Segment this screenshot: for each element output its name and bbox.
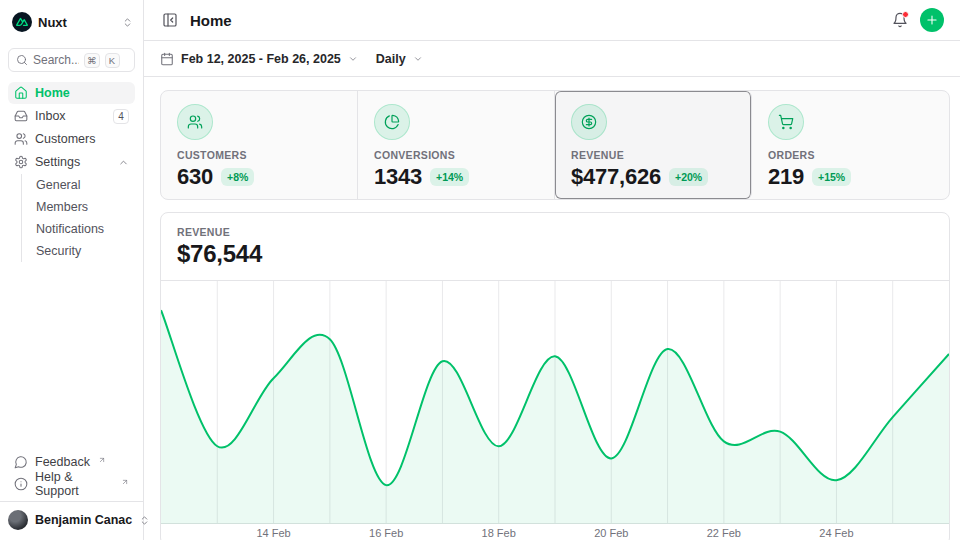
chart-metric-value: $76,544 — [177, 240, 933, 268]
search-input-wrapper[interactable]: ⌘ K — [8, 48, 135, 72]
sidebar-item-label: Settings — [35, 155, 111, 169]
stat-delta-badge: +8% — [221, 168, 254, 186]
panel-left-close-icon — [162, 12, 178, 28]
plus-icon — [925, 13, 939, 27]
x-tick-label: 16 Feb — [369, 527, 403, 539]
main-area: Home Feb 12, 2025 - Feb 26, 2025 Daily — [144, 0, 960, 540]
stat-value: 219 — [768, 164, 804, 190]
pie-chart-icon — [374, 104, 410, 140]
add-button[interactable] — [920, 8, 944, 32]
circle-dollar-icon — [571, 104, 607, 140]
message-circle-icon — [14, 455, 28, 469]
stat-label: ORDERS — [768, 149, 933, 161]
sidebar-spacer — [8, 262, 135, 451]
sidebar-item-label: Home — [35, 86, 129, 100]
stat-value: $477,626 — [571, 164, 661, 190]
chart-metric-label: REVENUE — [177, 226, 933, 238]
sidebar-item-security[interactable]: Security — [32, 240, 135, 262]
stats-row: CUSTOMERS 630 +8% CONVERSIONS 1343 +14% — [160, 90, 950, 200]
arrow-up-right-icon — [121, 478, 129, 486]
stat-card-revenue[interactable]: REVENUE $477,626 +20% — [555, 91, 752, 199]
stat-card-conversions[interactable]: CONVERSIONS 1343 +14% — [358, 91, 555, 199]
sidebar-item-settings[interactable]: Settings — [8, 151, 135, 173]
sidebar-item-label: Customers — [35, 132, 129, 146]
notification-dot — [902, 11, 909, 18]
footer-item-label: Help & Support — [35, 470, 113, 498]
collapse-sidebar-button[interactable] — [160, 10, 180, 30]
gear-icon — [14, 155, 28, 169]
calendar-icon — [160, 52, 174, 66]
shopping-cart-icon — [768, 104, 804, 140]
home-icon — [14, 86, 28, 100]
filters-toolbar: Feb 12, 2025 - Feb 26, 2025 Daily — [144, 41, 960, 77]
chevron-up-icon — [118, 157, 129, 168]
period-select[interactable]: Daily — [376, 52, 423, 66]
sidebar-item-members[interactable]: Members — [32, 196, 135, 218]
k-key-badge: K — [105, 53, 120, 68]
x-tick-label: 18 Feb — [482, 527, 516, 539]
info-circle-icon — [14, 477, 28, 491]
arrow-up-right-icon — [98, 456, 106, 464]
revenue-area-chart[interactable] — [161, 281, 949, 524]
inbox-icon — [14, 109, 28, 123]
sidebar-item-notifications[interactable]: Notifications — [32, 218, 135, 240]
revenue-chart-card: REVENUE $76,544 14 Feb16 Feb18 Feb20 Feb… — [160, 212, 950, 540]
notifications-button[interactable] — [890, 10, 910, 30]
date-range-picker[interactable]: Feb 12, 2025 - Feb 26, 2025 — [160, 52, 358, 66]
stat-label: CUSTOMERS — [177, 149, 341, 161]
chevron-down-icon — [348, 54, 358, 64]
sidebar-item-help-support[interactable]: Help & Support — [8, 473, 135, 495]
user-name: Benjamin Canac — [35, 513, 132, 527]
sidebar: Nuxt ⌘ K Home Inbox 4 — [0, 0, 144, 540]
chart-x-axis: 14 Feb16 Feb18 Feb20 Feb22 Feb24 Feb — [161, 524, 949, 540]
footer-item-label: Feedback — [35, 455, 90, 469]
chevrons-up-down-icon — [122, 17, 133, 28]
meta-key-badge: ⌘ — [84, 53, 100, 68]
search-input[interactable] — [33, 53, 79, 67]
stat-delta-badge: +20% — [669, 168, 708, 186]
period-label: Daily — [376, 52, 406, 66]
stat-delta-badge: +14% — [430, 168, 469, 186]
user-menu[interactable]: Benjamin Canac — [0, 501, 143, 532]
x-tick-label: 22 Feb — [707, 527, 741, 539]
sidebar-item-inbox[interactable]: Inbox 4 — [8, 105, 135, 127]
nuxt-logo-icon — [12, 12, 32, 32]
chart-plot-wrapper: 14 Feb16 Feb18 Feb20 Feb22 Feb24 Feb — [161, 280, 949, 540]
sidebar-nav: Home Inbox 4 Customers Settings Genera — [8, 82, 135, 262]
search-icon — [16, 54, 28, 66]
stat-card-orders[interactable]: ORDERS 219 +15% — [752, 91, 949, 199]
chevron-down-icon — [413, 54, 423, 64]
stat-label: REVENUE — [571, 149, 735, 161]
stat-delta-badge: +15% — [812, 168, 851, 186]
users-icon — [177, 104, 213, 140]
users-icon — [14, 132, 28, 146]
sidebar-item-general[interactable]: General — [32, 174, 135, 196]
stat-value: 630 — [177, 164, 213, 190]
sidebar-item-label: Inbox — [35, 109, 106, 123]
chart-header: REVENUE $76,544 — [161, 213, 949, 280]
x-tick-label: 24 Feb — [819, 527, 853, 539]
team-name: Nuxt — [38, 15, 116, 30]
dashboard-content: CUSTOMERS 630 +8% CONVERSIONS 1343 +14% — [144, 77, 960, 540]
date-range-label: Feb 12, 2025 - Feb 26, 2025 — [181, 52, 341, 66]
page-title: Home — [190, 12, 880, 29]
sidebar-item-home[interactable]: Home — [8, 82, 135, 104]
avatar — [8, 510, 28, 530]
inbox-count-badge: 4 — [113, 109, 129, 124]
top-header: Home — [144, 0, 960, 41]
sidebar-item-customers[interactable]: Customers — [8, 128, 135, 150]
team-switcher[interactable]: Nuxt — [8, 8, 135, 36]
x-tick-label: 14 Feb — [256, 527, 290, 539]
stat-label: CONVERSIONS — [374, 149, 538, 161]
stat-card-customers[interactable]: CUSTOMERS 630 +8% — [161, 91, 358, 199]
stat-value: 1343 — [374, 164, 422, 190]
revenue-chart-svg — [161, 281, 949, 524]
x-tick-label: 20 Feb — [594, 527, 628, 539]
settings-submenu: General Members Notifications Security — [21, 174, 135, 262]
